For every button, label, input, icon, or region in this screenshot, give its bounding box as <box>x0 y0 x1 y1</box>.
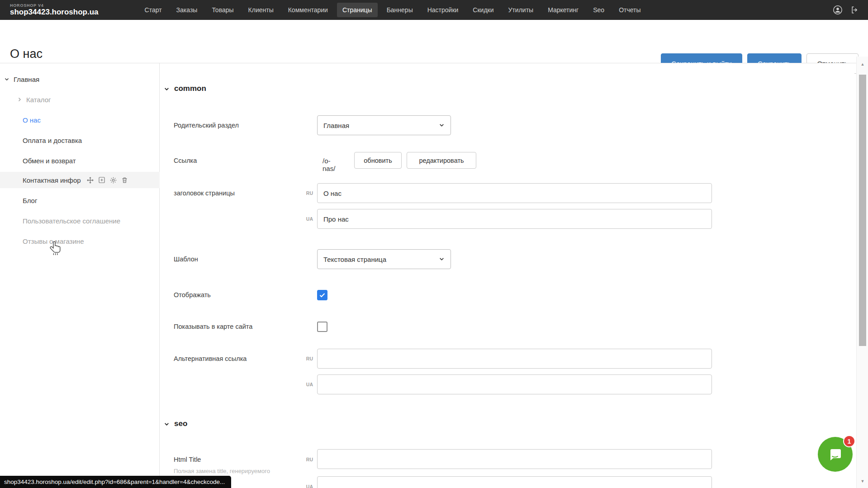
sidebar-item-glavnaya[interactable]: Главная <box>0 71 160 87</box>
chevron-down-icon[interactable] <box>4 76 10 82</box>
tree-item-label: Главная <box>14 76 39 83</box>
sidebar-item-soglashenie[interactable]: Пользовательское соглашение <box>0 213 160 229</box>
link-path-value: /o-nas/ <box>323 157 335 172</box>
trash-icon[interactable] <box>121 176 128 184</box>
tree-item-label: Обмен и возврат <box>23 157 76 165</box>
nav-item-comments[interactable]: Комментарии <box>283 3 333 17</box>
sitemap-checkbox[interactable] <box>317 322 327 332</box>
nav-item-banners[interactable]: Баннеры <box>381 3 418 17</box>
page-header: О нас Сохранить и выйти Сохранить Отмени… <box>0 20 868 63</box>
lang-ru-badge: RU <box>301 457 313 462</box>
sidebar-item-obmen[interactable]: Обмен и возврат <box>0 152 160 169</box>
vertical-scrollbar[interactable]: ▲ ▼ <box>856 57 868 488</box>
scroll-up-icon[interactable]: ▲ <box>857 60 868 68</box>
nav-item-products[interactable]: Товары <box>206 3 239 17</box>
tree-item-label: Пользовательское соглашение <box>23 217 120 225</box>
page-title-ru-input[interactable] <box>317 183 712 203</box>
scrollbar-thumb[interactable] <box>859 75 866 346</box>
section-common-toggle[interactable]: common <box>164 84 206 93</box>
add-page-icon[interactable] <box>98 176 105 184</box>
scroll-down-icon[interactable]: ▼ <box>857 477 868 485</box>
move-icon[interactable] <box>86 176 94 184</box>
hand-cursor-icon <box>48 240 63 258</box>
refresh-link-button[interactable]: обновить <box>354 152 402 169</box>
lang-ua-badge: UA <box>301 216 313 222</box>
tree-item-label: Оплата и доставка <box>23 137 82 144</box>
page-title-field-label: заголовок страницы <box>174 190 235 197</box>
settings-gear-icon[interactable] <box>109 176 117 184</box>
page-title-ua-input[interactable] <box>317 209 712 229</box>
tree-item-label: Каталог <box>26 96 51 104</box>
tree-item-label: Контактная инфор <box>23 176 81 184</box>
main-menu: Старт Заказы Товары Клиенты Комментарии … <box>139 3 646 17</box>
logout-icon[interactable] <box>850 5 860 15</box>
brand-logo[interactable]: HOROSHOP V4 shop34423.horoshop.ua <box>10 4 99 16</box>
lang-ru-badge: RU <box>301 356 313 361</box>
chevron-down-icon <box>439 256 445 263</box>
section-seo-toggle[interactable]: seo <box>164 419 187 428</box>
lang-ua-badge: UA <box>301 484 313 488</box>
html-title-hint: Полная замена title, генерируемого <box>174 468 270 474</box>
chevron-down-icon <box>164 86 170 92</box>
lang-ua-badge: UA <box>301 382 313 387</box>
alt-link-ua-input[interactable] <box>317 374 712 394</box>
nav-item-utilities[interactable]: Утилиты <box>503 3 539 17</box>
page-edit-form: common Родительский раздел Главная Ссылк… <box>160 63 854 488</box>
checkmark-icon <box>319 292 326 298</box>
sidebar-item-kontaktnaya[interactable]: Контактная инфор <box>0 172 160 188</box>
html-title-ua-input[interactable] <box>317 476 712 488</box>
section-common-label: common <box>174 84 206 93</box>
sidebar-item-otzyvy[interactable]: Отзывы о магазине <box>0 233 160 249</box>
template-label: Шаблон <box>174 256 198 263</box>
sidebar-item-katalog[interactable]: Каталог <box>0 91 160 108</box>
sidebar-item-oplata[interactable]: Оплата и доставка <box>0 132 160 148</box>
nav-item-clients[interactable]: Клиенты <box>243 3 279 17</box>
nav-item-reports[interactable]: Отчеты <box>613 3 646 17</box>
html-title-ru-input[interactable] <box>317 449 712 469</box>
brand-domain: shop34423.horoshop.ua <box>10 8 99 16</box>
page-title: О нас <box>10 47 43 61</box>
nav-item-orders[interactable]: Заказы <box>171 3 203 17</box>
nav-item-marketing[interactable]: Маркетинг <box>542 3 584 17</box>
status-url-tooltip: shop34423.horoshop.ua/edit/edit.php?id=6… <box>0 476 231 488</box>
parent-section-value: Главная <box>323 122 349 129</box>
chat-widget-button[interactable]: 1 <box>818 437 853 472</box>
alt-link-label: Альтернативная ссылка <box>174 355 247 362</box>
chat-bubble-icon <box>826 445 844 464</box>
section-seo-label: seo <box>174 419 187 428</box>
parent-section-select[interactable]: Главная <box>317 115 451 135</box>
chevron-down-icon <box>439 122 445 129</box>
display-label: Отображать <box>174 291 211 298</box>
sitemap-label: Показывать в карте сайта <box>174 323 252 330</box>
nav-item-discounts[interactable]: Скидки <box>467 3 499 17</box>
top-navbar: HOROSHOP V4 shop34423.horoshop.ua Старт … <box>0 0 868 20</box>
display-checkbox[interactable] <box>317 290 327 300</box>
alt-link-ru-input[interactable] <box>317 349 712 369</box>
html-title-label: Html Title <box>174 456 201 463</box>
lang-ru-badge: RU <box>301 190 313 196</box>
nav-item-start[interactable]: Старт <box>139 3 167 17</box>
parent-section-label: Родительский раздел <box>174 122 239 129</box>
tree-item-label: Блог <box>23 197 37 204</box>
nav-item-settings[interactable]: Настройки <box>422 3 464 17</box>
chat-unread-badge: 1 <box>843 435 855 447</box>
template-value: Текстовая страница <box>323 256 386 263</box>
tree-item-label: О нас <box>23 116 41 124</box>
nav-item-seo[interactable]: Seo <box>588 3 610 17</box>
sidebar-item-o-nas[interactable]: О нас <box>0 112 160 128</box>
sidebar-item-blog[interactable]: Блог <box>0 192 160 208</box>
chevron-down-icon <box>164 421 170 427</box>
template-select[interactable]: Текстовая страница <box>317 249 451 269</box>
nav-item-pages[interactable]: Страницы <box>337 3 378 17</box>
edit-link-button[interactable]: редактировать <box>407 152 476 169</box>
user-account-icon[interactable] <box>833 5 843 15</box>
link-label: Ссылка <box>174 157 197 164</box>
status-url-text: shop34423.horoshop.ua/edit/edit.php?id=6… <box>4 479 225 485</box>
chevron-right-icon[interactable] <box>16 96 23 103</box>
pages-tree-sidebar: Главная Каталог О нас Оплата и доставка … <box>0 63 160 488</box>
